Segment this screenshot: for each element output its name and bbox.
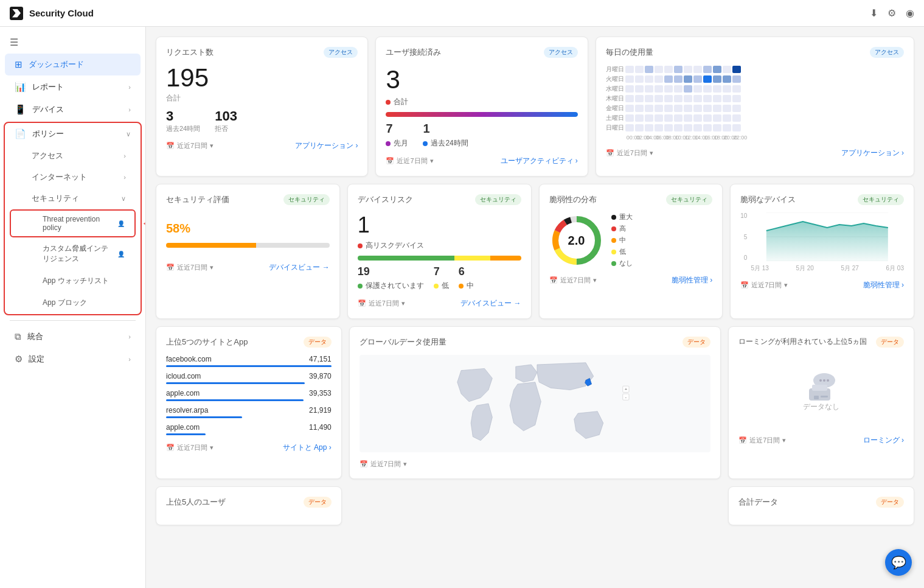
card-footer: 📅 近近7日間 ▾ アプリケーション ›	[166, 141, 358, 151]
risk-stat-mid: 6 中	[459, 265, 474, 291]
stat-label: 過去24時間	[166, 124, 200, 133]
users-progress-bar	[386, 112, 577, 117]
policy-icon: 📄	[15, 128, 26, 139]
sidebar-sub-item-access[interactable]: アクセス ›	[10, 145, 136, 166]
risk-label: 高リスクデバイス	[358, 240, 521, 251]
threat-prevention-label: Threat prevention policy	[43, 215, 111, 232]
cell	[664, 114, 673, 122]
app-link[interactable]: アプリケーション ›	[841, 148, 904, 158]
user-activity-link[interactable]: ユーザアクティビティ ›	[501, 156, 578, 166]
date-filter[interactable]: 📅 近近7日間 ▾	[358, 299, 405, 308]
device-view-link[interactable]: デバイスビュー →	[460, 298, 521, 309]
sidebar-item-devices[interactable]: 📱 デバイス ›	[5, 99, 141, 121]
date-filter[interactable]: 📅 近近7日間 ▾	[166, 443, 214, 452]
chevron-right-icon: ›	[123, 173, 126, 181]
cell	[732, 85, 741, 93]
card-header: ローミングが利用されている上位5ヵ国 データ	[738, 337, 904, 348]
sub-item-label: アクセス	[32, 150, 63, 161]
sidebar-item-app-watchlist[interactable]: App ウォッチリスト	[10, 270, 136, 292]
card-footer: 📅 近近7日間 ▾ サイトと App ›	[166, 443, 332, 453]
label: 中	[467, 281, 474, 291]
date-label: 近近7日間	[369, 299, 399, 308]
cell	[723, 105, 731, 112]
site-row: apple.com 11,490	[166, 423, 332, 432]
logo-icon	[12, 9, 21, 18]
app-link[interactable]: アプリケーション ›	[295, 141, 358, 151]
cell	[655, 105, 663, 112]
cell	[693, 114, 702, 122]
card-footer: 📅 近近7日間 ▾ アプリケーション ›	[606, 148, 904, 158]
calendar-icon: 📅	[549, 276, 558, 284]
sidebar-item-integration[interactable]: ⧉ 統合 ›	[5, 326, 141, 348]
date-label: 近近7日間	[370, 460, 401, 469]
sidebar-item-threat-prevention[interactable]: Threat prevention policy 👤 ←	[10, 209, 136, 237]
device-view-link[interactable]: デバイスビュー →	[269, 262, 329, 273]
time-label: 18:00	[714, 135, 724, 141]
day-label: 火曜日	[606, 75, 624, 83]
global-data-card: グローバルデータ使用量 データ	[349, 326, 721, 479]
legend-label: 中	[619, 236, 626, 245]
sidebar-item-reports[interactable]: 📊 レポート ›	[5, 76, 141, 98]
card-title: 毎日の使用量	[606, 47, 653, 58]
svg-rect-18	[812, 385, 827, 391]
date-filter[interactable]: 📅 近近7日間 ▾	[360, 460, 407, 469]
cell	[703, 95, 712, 102]
user-icon[interactable]: ◉	[906, 7, 914, 19]
cell	[655, 66, 663, 73]
download-icon[interactable]: ⬇	[870, 7, 878, 19]
sidebar-item-custom-threat[interactable]: カスタム脅威インテリジェンス 👤	[10, 238, 136, 270]
date-filter[interactable]: 📅 近近7日間 ▾	[166, 141, 214, 150]
date-filter[interactable]: 📅 近近7日間 ▾	[606, 149, 653, 158]
sidebar-item-app-block[interactable]: App ブロック	[10, 292, 136, 313]
cell	[693, 66, 702, 73]
cell	[674, 75, 683, 83]
legend-item-mid: 中	[611, 236, 633, 245]
chevron-down-icon: ▾	[430, 157, 434, 165]
cell	[693, 75, 702, 83]
cell	[664, 124, 673, 131]
menu-icon[interactable]: ☰	[0, 32, 145, 53]
day-label: 月曜日	[606, 65, 624, 74]
sidebar-sub-item-internet[interactable]: インターネット ›	[10, 167, 136, 187]
security-badge: セキュリティ	[283, 194, 330, 205]
cell	[635, 66, 644, 73]
total-data-card: 合計データ データ	[728, 486, 914, 525]
users-big-number: 3	[386, 65, 577, 94]
rating-bar	[166, 243, 330, 248]
legend-label: 重大	[619, 212, 633, 222]
stat-label: 低	[434, 281, 449, 291]
heatmap-cells	[625, 124, 741, 131]
svg-text:-: -	[625, 394, 627, 400]
vuln-mgmt-link[interactable]: 脆弱性管理 ›	[863, 280, 904, 290]
devices-icon: 📱	[15, 104, 26, 115]
calendar-icon: 📅	[166, 142, 175, 150]
date-filter[interactable]: 📅 近近7日間 ▾	[549, 276, 597, 285]
roaming-link[interactable]: ローミング ›	[863, 435, 904, 446]
users-total-label: 合計	[386, 97, 577, 107]
time-label: 02:00	[636, 135, 646, 141]
sidebar-item-dashboard[interactable]: ⊞ ダッシュボード	[5, 54, 141, 75]
sidebar-sub-item-security[interactable]: セキュリティ ∨	[10, 188, 136, 209]
sites-link[interactable]: サイトと App ›	[283, 443, 332, 453]
date-filter[interactable]: 📅 近近7日間 ▾	[738, 436, 786, 445]
legend-item-critical: 重大	[611, 212, 633, 222]
sidebar-item-settings[interactable]: ⚙ 設定 ›	[5, 348, 141, 370]
card-footer: 📅 近近7日間 ▾ デバイスビュー →	[166, 262, 330, 273]
green-bar	[358, 256, 455, 261]
vuln-mgmt-link[interactable]: 脆弱性管理 ›	[672, 275, 712, 285]
date-filter[interactable]: 📅 近近7日間 ▾	[166, 263, 214, 272]
cell	[723, 75, 731, 83]
date-label: 近近7日間	[751, 281, 782, 290]
x-label: 5月 13	[751, 264, 768, 273]
card-header: ユーザ接続済み アクセス	[386, 47, 577, 58]
area-chart-svg	[751, 212, 904, 261]
users-24h: 1 過去24時間	[423, 122, 468, 149]
cell	[655, 124, 663, 131]
settings-icon[interactable]: ⚙	[888, 7, 896, 19]
date-filter[interactable]: 📅 近近7日間 ▾	[386, 156, 433, 166]
security-submenu: Threat prevention policy 👤 ← カスタム脅威インテリジ…	[5, 209, 141, 313]
date-filter[interactable]: 📅 近近7日間 ▾	[740, 281, 788, 290]
cell	[684, 75, 692, 83]
support-chat-button[interactable]: 💬	[885, 549, 912, 576]
sidebar-item-policy[interactable]: 📄 ポリシー ∨	[5, 123, 141, 145]
